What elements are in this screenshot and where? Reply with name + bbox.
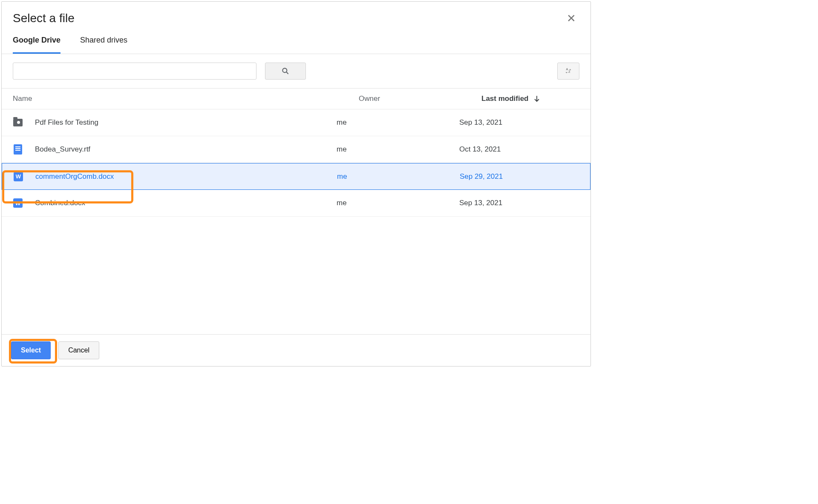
gdoc-icon	[13, 144, 23, 155]
cancel-button[interactable]: Cancel	[58, 341, 99, 359]
file-name-cell: Pdf Files for Testing	[13, 117, 337, 128]
svg-point-0	[282, 68, 287, 72]
file-row-selected[interactable]: W commentOrgComb.docx me Sep 29, 2021	[2, 163, 590, 190]
word-doc-icon: W	[13, 198, 23, 208]
arrow-down-icon	[533, 95, 541, 103]
file-name: Combined.docx	[35, 199, 85, 207]
search-button[interactable]	[265, 63, 306, 80]
tab-bar: Google Drive Shared drives	[2, 30, 590, 54]
file-row[interactable]: W Combined.docx me Sep 13, 2021	[2, 190, 590, 217]
close-button[interactable]: ✕	[563, 11, 579, 26]
file-name-cell: W Combined.docx	[13, 198, 337, 208]
sort-az-icon: A Z	[564, 67, 573, 75]
file-name: Bodea_Survey.rtf	[35, 145, 90, 154]
word-doc-icon: W	[13, 172, 23, 182]
file-owner: me	[337, 172, 460, 181]
file-row[interactable]: Pdf Files for Testing me Sep 13, 2021	[2, 109, 590, 136]
sort-az-button[interactable]: A Z	[557, 63, 579, 80]
file-name-cell: W commentOrgComb.docx	[13, 172, 337, 182]
dialog-title: Select a file	[13, 11, 75, 25]
file-modified: Sep 13, 2021	[459, 118, 579, 127]
columns-header: Name Owner Last modified	[2, 89, 590, 109]
file-owner: me	[337, 145, 459, 154]
folder-shared-icon	[13, 117, 23, 128]
tab-google-drive[interactable]: Google Drive	[13, 36, 60, 54]
column-header-owner[interactable]: Owner	[359, 94, 481, 103]
svg-line-1	[286, 72, 288, 74]
file-list: Pdf Files for Testing me Sep 13, 2021 Bo…	[2, 109, 590, 334]
file-name: Pdf Files for Testing	[35, 118, 98, 127]
svg-text:Z: Z	[568, 70, 570, 74]
file-owner: me	[337, 118, 459, 127]
tab-shared-drives[interactable]: Shared drives	[80, 36, 127, 54]
dialog-header: Select a file ✕	[2, 2, 590, 30]
file-row[interactable]: Bodea_Survey.rtf me Oct 13, 2021	[2, 136, 590, 163]
close-icon: ✕	[567, 12, 576, 25]
toolbar: A Z	[2, 54, 590, 89]
file-name-cell: Bodea_Survey.rtf	[13, 144, 337, 155]
file-picker-dialog: Select a file ✕ Google Drive Shared driv…	[1, 1, 591, 367]
file-modified: Sep 13, 2021	[459, 199, 579, 207]
file-owner: me	[337, 199, 459, 207]
file-modified: Oct 13, 2021	[459, 145, 579, 154]
column-header-last-modified[interactable]: Last modified	[481, 94, 579, 103]
search-icon	[281, 67, 290, 75]
column-header-modified-label: Last modified	[481, 94, 529, 103]
search-input[interactable]	[13, 63, 256, 80]
file-name: commentOrgComb.docx	[35, 172, 114, 181]
column-header-name[interactable]: Name	[13, 94, 359, 103]
file-modified: Sep 29, 2021	[460, 172, 579, 181]
dialog-footer: Select Cancel	[2, 334, 590, 366]
select-button[interactable]: Select	[11, 341, 51, 359]
